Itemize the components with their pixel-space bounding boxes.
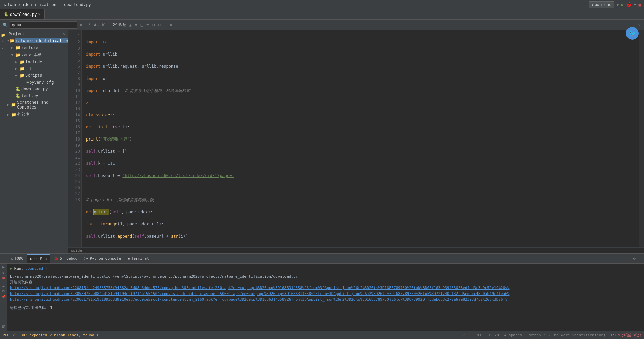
stop-button[interactable]: ■ (639, 2, 641, 7)
search-prev-btn[interactable]: ▲ (128, 22, 132, 28)
python-console-icon: ≫ (84, 256, 88, 261)
title-bar: malware_identification – download.py dow… (0, 0, 644, 9)
search-input[interactable] (10, 21, 77, 29)
lt-bookmark-btn[interactable]: ★ (0, 44, 5, 51)
test-file-icon: 🐍 (15, 93, 21, 98)
code-content[interactable]: import re import urllib import urllib.re… (82, 30, 639, 247)
code-line-2: import urllib (86, 51, 635, 57)
search-word-btn[interactable]: W (101, 22, 105, 28)
run-button[interactable]: ▶ (621, 2, 624, 7)
tab-run[interactable]: ▶ 4: Run (27, 254, 50, 263)
search-opt3-btn[interactable]: ⊡ (157, 22, 161, 28)
search-clear-btn[interactable]: × (79, 22, 83, 28)
sidebar-gear-icon[interactable]: ⚙ (63, 32, 65, 36)
todo-icon: ⚠ (11, 256, 13, 261)
run-tab-close[interactable]: × (45, 266, 47, 271)
run-output: E:\pycharm2020\projects\malware_identifi… (10, 274, 641, 311)
status-position[interactable]: 8:1 (461, 333, 468, 337)
sidebar-item-download[interactable]: ▶ 🐍 download.py (6, 86, 68, 92)
run-dropdown-arrow[interactable]: ▼ (616, 2, 619, 7)
code-line-16: for i in range(1, pageindex + 1): (86, 221, 635, 227)
code-line-8: def __init__(self): (86, 124, 635, 130)
lib-label: Lib (25, 66, 33, 71)
sidebar-item-venv[interactable]: ▼ 📂 venv 库根 (6, 51, 68, 59)
code-line-14: # pageindex 为选取需要爬的页数 (86, 197, 635, 203)
extlib-arrow: ▶ (7, 113, 11, 116)
run-link-2[interactable]: http://s.shouji.qihucdn.com/230530/52e88… (10, 291, 641, 297)
venv-arrow: ▼ (11, 53, 15, 57)
restore-label: restore (21, 45, 38, 50)
status-encoding[interactable]: UTF-8 (488, 333, 499, 337)
search-opt2-btn[interactable]: ⊟ (151, 22, 155, 28)
run-link-3-a[interactable]: http://s.shouji.qihucdn.com/220601/91b19… (10, 297, 507, 302)
search-next-btn[interactable]: ▼ (134, 22, 138, 28)
sidebar-item-test[interactable]: ▶ 🐍 test.py (6, 92, 68, 99)
search-opt5-btn[interactable]: ≎ (169, 22, 173, 28)
scripts-arrow: ▶ (15, 74, 19, 77)
status-warning: PEP 8: E302 expected 2 blank lines, foun… (3, 333, 99, 337)
run-pin-icon[interactable]: 📌 (1, 295, 6, 299)
lt-structure-btn[interactable]: ≡ (0, 39, 5, 44)
lib-arrow: ▶ (15, 67, 19, 70)
lib-folder-icon: 📁 (20, 66, 25, 71)
tab-close-btn[interactable]: × (38, 12, 40, 16)
root-arrow-icon: ▼ (7, 39, 9, 42)
extlib-label: 外部库 (17, 112, 29, 117)
search-opt1-btn[interactable]: ≡ (146, 22, 149, 28)
run-link-3[interactable]: http://s.shouji.qihucdn.com/220601/91b19… (10, 297, 641, 302)
terminal-label: Terminal (131, 256, 149, 261)
run-link-1-a[interactable]: http://s.shouji.qihucdn.com/220816/c4249… (10, 286, 509, 290)
run-scroll-icon[interactable]: ≡ (2, 284, 5, 288)
run-tab-icon: ▶ (30, 257, 32, 261)
sidebar-item-scratches[interactable]: ▶ 📁 Scratches and Consoles (6, 99, 68, 111)
tab-todo[interactable]: ⚠ TODO (7, 254, 27, 263)
sidebar-item-include[interactable]: ▶ 📁 Include (6, 59, 68, 65)
code-line-6: ⚠ (86, 100, 635, 106)
search-regex-btn[interactable]: .* (85, 22, 91, 28)
search-infile-btn[interactable]: □ (140, 22, 144, 28)
editor-tab-bar: 🐍 download.py × (0, 9, 644, 20)
extlib-folder-icon: 📁 (11, 112, 16, 117)
run-stop-icon[interactable]: ■ (2, 276, 5, 280)
tab-python-console[interactable]: ≫ Python Console (81, 254, 124, 263)
pyvenv-label: pyvenv.cfg (29, 80, 54, 85)
sidebar-item-pyvenv[interactable]: ▶ ≡ pyvenv.cfg (6, 79, 68, 86)
status-csdn: CSDN @码龄·积分 (611, 333, 641, 338)
tab-terminal[interactable]: ▣ Terminal (124, 254, 152, 263)
run-play-icon[interactable]: ▶ (2, 265, 5, 269)
coverage-button[interactable]: ☂ (634, 2, 636, 7)
status-python[interactable]: Python 3.6 (malware_identification) (528, 333, 606, 337)
run-link-1[interactable]: http://s.shouji.qihucdn.com/220816/c4249… (10, 285, 641, 291)
restore-arrow: ▶ (11, 46, 15, 49)
lt-project-btn[interactable]: 📁 (0, 32, 5, 38)
run-left-toolbar: ▶ ↺ ■ ≡ ⊟ 📌 🗑 (0, 264, 7, 331)
run-dropdown-label[interactable]: download (589, 1, 615, 8)
panel-settings-icon[interactable]: ⚙ (633, 256, 636, 261)
run-rerun-icon[interactable]: ↺ (2, 270, 5, 275)
code-line-5: import chardet # 需要导入这个模块，检测编码格式 (86, 88, 635, 94)
sidebar-item-extlib[interactable]: ▶ 📁 外部库 (6, 111, 68, 118)
download-file-icon: 🐍 (15, 87, 21, 91)
tab-download-py[interactable]: 🐍 download.py × (0, 9, 45, 19)
run-filter-icon[interactable]: ⊟ (2, 289, 5, 294)
run-header: ▶ Run: download × (10, 265, 641, 272)
editor-area: 12345 678910 1112131415 1617181920 21222… (68, 30, 644, 253)
todo-label: TODO (14, 256, 24, 261)
search-opt4-btn[interactable]: ⊞ (163, 22, 167, 28)
run-link-2-a[interactable]: http://s.shouji.qihucdn.com/230530/52e88… (10, 291, 509, 296)
status-indent[interactable]: 4 spaces (504, 333, 522, 337)
status-bar: PEP 8: E302 expected 2 blank lines, foun… (0, 331, 644, 339)
sidebar-item-scripts[interactable]: ▶ 📁 Scripts (6, 72, 68, 79)
panel-minimize-icon[interactable]: — (638, 256, 640, 261)
restore-folder-icon: 📁 (15, 45, 21, 50)
tab-debug[interactable]: 🐞 5: Debug (50, 254, 81, 263)
search-case-btn[interactable]: Aa (93, 22, 99, 28)
sidebar-item-restore[interactable]: ▶ 📁 restore (6, 44, 68, 51)
run-trash-icon[interactable]: 🗑 (2, 324, 5, 328)
status-line-ending[interactable]: CRLF (473, 333, 482, 337)
search-filter-btn[interactable]: ⊞ (107, 22, 111, 28)
debug-button[interactable]: 🐞 (626, 2, 632, 7)
tree-root[interactable]: ▼ 📂 malware_identification (6, 37, 68, 44)
search-close-btn[interactable]: ✕ (638, 22, 641, 28)
sidebar-item-lib[interactable]: ▶ 📁 Lib (6, 65, 68, 72)
